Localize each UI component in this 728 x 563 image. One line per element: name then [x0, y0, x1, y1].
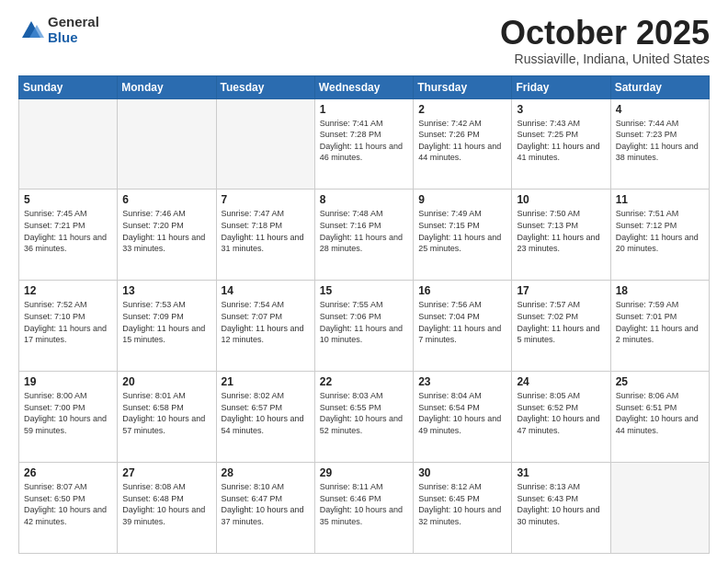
day-info: Sunrise: 8:03 AM Sunset: 6:55 PM Dayligh… — [320, 390, 408, 436]
calendar-cell: 20Sunrise: 8:01 AM Sunset: 6:58 PM Dayli… — [118, 372, 216, 463]
day-number: 25 — [616, 375, 704, 388]
calendar-cell: 27Sunrise: 8:08 AM Sunset: 6:48 PM Dayli… — [118, 463, 216, 554]
day-number: 6 — [122, 193, 210, 206]
weekday-header-friday: Friday — [512, 75, 610, 98]
calendar-table: SundayMondayTuesdayWednesdayThursdayFrid… — [18, 75, 710, 554]
day-number: 8 — [320, 193, 408, 206]
day-number: 23 — [418, 375, 506, 388]
calendar-week-3: 12Sunrise: 7:52 AM Sunset: 7:10 PM Dayli… — [19, 281, 710, 372]
calendar-cell: 31Sunrise: 8:13 AM Sunset: 6:43 PM Dayli… — [512, 463, 610, 554]
location: Russiaville, Indiana, United States — [500, 52, 710, 66]
day-number: 19 — [24, 375, 112, 388]
day-number: 30 — [418, 466, 506, 479]
calendar-cell: 28Sunrise: 8:10 AM Sunset: 6:47 PM Dayli… — [216, 463, 314, 554]
calendar-cell: 9Sunrise: 7:49 AM Sunset: 7:15 PM Daylig… — [414, 190, 512, 281]
day-info: Sunrise: 7:55 AM Sunset: 7:06 PM Dayligh… — [320, 299, 408, 345]
logo-general: General — [48, 15, 99, 30]
calendar-cell — [610, 463, 709, 554]
calendar-cell: 11Sunrise: 7:51 AM Sunset: 7:12 PM Dayli… — [610, 190, 709, 281]
calendar-cell: 7Sunrise: 7:47 AM Sunset: 7:18 PM Daylig… — [216, 190, 314, 281]
calendar-cell: 22Sunrise: 8:03 AM Sunset: 6:55 PM Dayli… — [314, 372, 413, 463]
day-number: 21 — [222, 375, 310, 388]
logo-text: General Blue — [48, 15, 99, 45]
day-info: Sunrise: 7:52 AM Sunset: 7:10 PM Dayligh… — [24, 299, 112, 345]
day-number: 10 — [517, 193, 605, 206]
day-info: Sunrise: 8:10 AM Sunset: 6:47 PM Dayligh… — [222, 481, 310, 527]
weekday-header-tuesday: Tuesday — [216, 75, 314, 98]
day-number: 2 — [418, 103, 506, 116]
day-info: Sunrise: 7:42 AM Sunset: 7:26 PM Dayligh… — [418, 118, 506, 164]
day-number: 16 — [418, 284, 506, 297]
logo-blue: Blue — [48, 30, 99, 46]
calendar-week-5: 26Sunrise: 8:07 AM Sunset: 6:50 PM Dayli… — [19, 463, 710, 554]
day-info: Sunrise: 8:01 AM Sunset: 6:58 PM Dayligh… — [122, 390, 210, 436]
calendar-cell — [216, 98, 314, 190]
day-info: Sunrise: 8:08 AM Sunset: 6:48 PM Dayligh… — [122, 481, 210, 527]
logo-icon — [18, 17, 44, 43]
day-number: 14 — [222, 284, 310, 297]
day-info: Sunrise: 7:57 AM Sunset: 7:02 PM Dayligh… — [517, 299, 605, 345]
calendar-cell: 5Sunrise: 7:45 AM Sunset: 7:21 PM Daylig… — [19, 190, 118, 281]
day-info: Sunrise: 8:13 AM Sunset: 6:43 PM Dayligh… — [517, 481, 605, 527]
calendar-cell: 30Sunrise: 8:12 AM Sunset: 6:45 PM Dayli… — [414, 463, 512, 554]
day-number: 28 — [222, 466, 310, 479]
day-number: 11 — [616, 193, 704, 206]
calendar-cell: 23Sunrise: 8:04 AM Sunset: 6:54 PM Dayli… — [414, 372, 512, 463]
weekday-header-thursday: Thursday — [414, 75, 512, 98]
day-info: Sunrise: 7:50 AM Sunset: 7:13 PM Dayligh… — [517, 208, 605, 254]
day-number: 22 — [320, 375, 408, 388]
day-number: 17 — [517, 284, 605, 297]
calendar-week-4: 19Sunrise: 8:00 AM Sunset: 7:00 PM Dayli… — [19, 372, 710, 463]
day-info: Sunrise: 7:48 AM Sunset: 7:16 PM Dayligh… — [320, 208, 408, 254]
day-info: Sunrise: 7:43 AM Sunset: 7:25 PM Dayligh… — [517, 118, 605, 164]
calendar-cell: 2Sunrise: 7:42 AM Sunset: 7:26 PM Daylig… — [414, 98, 512, 190]
calendar-cell: 16Sunrise: 7:56 AM Sunset: 7:04 PM Dayli… — [414, 281, 512, 372]
header: General Blue October 2025 Russiaville, I… — [18, 15, 710, 66]
day-info: Sunrise: 7:44 AM Sunset: 7:23 PM Dayligh… — [616, 118, 704, 164]
day-number: 29 — [320, 466, 408, 479]
day-number: 3 — [517, 103, 605, 116]
calendar-cell: 25Sunrise: 8:06 AM Sunset: 6:51 PM Dayli… — [610, 372, 709, 463]
calendar-cell: 21Sunrise: 8:02 AM Sunset: 6:57 PM Dayli… — [216, 372, 314, 463]
calendar-cell: 10Sunrise: 7:50 AM Sunset: 7:13 PM Dayli… — [512, 190, 610, 281]
day-number: 5 — [24, 193, 112, 206]
day-number: 4 — [616, 103, 704, 116]
calendar-cell: 26Sunrise: 8:07 AM Sunset: 6:50 PM Dayli… — [19, 463, 118, 554]
calendar-week-2: 5Sunrise: 7:45 AM Sunset: 7:21 PM Daylig… — [19, 190, 710, 281]
day-info: Sunrise: 8:12 AM Sunset: 6:45 PM Dayligh… — [418, 481, 506, 527]
day-info: Sunrise: 8:00 AM Sunset: 7:00 PM Dayligh… — [24, 390, 112, 436]
weekday-header-sunday: Sunday — [19, 75, 118, 98]
weekday-header-monday: Monday — [118, 75, 216, 98]
day-number: 7 — [222, 193, 310, 206]
weekday-header-wednesday: Wednesday — [314, 75, 413, 98]
calendar-cell: 8Sunrise: 7:48 AM Sunset: 7:16 PM Daylig… — [314, 190, 413, 281]
day-number: 12 — [24, 284, 112, 297]
day-info: Sunrise: 7:59 AM Sunset: 7:01 PM Dayligh… — [616, 299, 704, 345]
calendar-cell — [118, 98, 216, 190]
title-section: October 2025 Russiaville, Indiana, Unite… — [500, 15, 710, 66]
calendar-cell: 14Sunrise: 7:54 AM Sunset: 7:07 PM Dayli… — [216, 281, 314, 372]
day-number: 31 — [517, 466, 605, 479]
day-info: Sunrise: 7:53 AM Sunset: 7:09 PM Dayligh… — [122, 299, 210, 345]
day-info: Sunrise: 7:45 AM Sunset: 7:21 PM Dayligh… — [24, 208, 112, 254]
calendar-cell: 12Sunrise: 7:52 AM Sunset: 7:10 PM Dayli… — [19, 281, 118, 372]
day-info: Sunrise: 8:06 AM Sunset: 6:51 PM Dayligh… — [616, 390, 704, 436]
calendar-week-1: 1Sunrise: 7:41 AM Sunset: 7:28 PM Daylig… — [19, 98, 710, 190]
day-number: 13 — [122, 284, 210, 297]
day-info: Sunrise: 7:41 AM Sunset: 7:28 PM Dayligh… — [320, 118, 408, 164]
calendar-cell: 18Sunrise: 7:59 AM Sunset: 7:01 PM Dayli… — [610, 281, 709, 372]
day-number: 24 — [517, 375, 605, 388]
calendar-cell: 19Sunrise: 8:00 AM Sunset: 7:00 PM Dayli… — [19, 372, 118, 463]
day-number: 20 — [122, 375, 210, 388]
calendar-cell: 24Sunrise: 8:05 AM Sunset: 6:52 PM Dayli… — [512, 372, 610, 463]
day-info: Sunrise: 8:04 AM Sunset: 6:54 PM Dayligh… — [418, 390, 506, 436]
calendar-cell: 3Sunrise: 7:43 AM Sunset: 7:25 PM Daylig… — [512, 98, 610, 190]
calendar-cell: 13Sunrise: 7:53 AM Sunset: 7:09 PM Dayli… — [118, 281, 216, 372]
day-info: Sunrise: 7:51 AM Sunset: 7:12 PM Dayligh… — [616, 208, 704, 254]
calendar-cell: 17Sunrise: 7:57 AM Sunset: 7:02 PM Dayli… — [512, 281, 610, 372]
day-info: Sunrise: 7:49 AM Sunset: 7:15 PM Dayligh… — [418, 208, 506, 254]
calendar-cell: 6Sunrise: 7:46 AM Sunset: 7:20 PM Daylig… — [118, 190, 216, 281]
calendar-cell: 29Sunrise: 8:11 AM Sunset: 6:46 PM Dayli… — [314, 463, 413, 554]
day-number: 1 — [320, 103, 408, 116]
day-info: Sunrise: 7:46 AM Sunset: 7:20 PM Dayligh… — [122, 208, 210, 254]
